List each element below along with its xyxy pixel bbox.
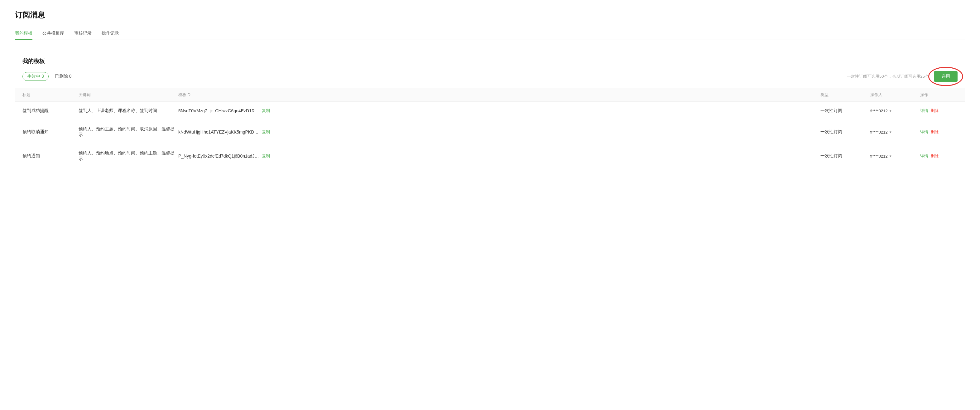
- cell-type-1: 一次性订阅: [820, 129, 870, 135]
- operator-name-1: fl****0212: [870, 130, 888, 134]
- cell-type-0: 一次性订阅: [820, 108, 870, 113]
- toolbar-right: 一次性订阅可选用50个，长期订阅可选用25个 选用: [847, 71, 958, 82]
- cell-title-1: 预约取消通知: [22, 129, 78, 135]
- cell-id-1: kNdWtuHjgHhe1ATYEZVjaKK5mgPKDvdVBc... 复制: [178, 129, 820, 135]
- cell-actions-1: 详情 删除: [920, 129, 958, 135]
- select-btn-wrapper: 选用: [934, 71, 958, 82]
- cell-keywords-1: 预约人、预约主题、预约时间、取消原因、温馨提示: [78, 126, 178, 137]
- detail-link-0[interactable]: 详情: [920, 108, 928, 113]
- detail-link-1[interactable]: 详情: [920, 129, 928, 135]
- hint-text: 一次性订阅可选用50个，长期订阅可选用25个: [847, 73, 929, 79]
- cell-keywords-0: 签到人、上课老师、课程名称、签到时间: [78, 108, 178, 113]
- tab-bar: 我的模板 公共模板库 审核记录 操作记录: [15, 27, 965, 40]
- delete-link-2[interactable]: 删除: [931, 153, 939, 159]
- operator-name-2: fl****0212: [870, 154, 888, 158]
- tab-my-template[interactable]: 我的模板: [15, 27, 32, 40]
- table-header: 标题 关键词 模板ID 类型 操作人 操作: [15, 88, 965, 102]
- content-card: 我的模板 生效中 3 已删除 0 一次性订阅可选用50个，长期订阅可选用25个 …: [15, 48, 965, 168]
- table-row: 签到成功提醒 签到人、上课老师、课程名称、签到时间 5NsoT0VMzq7_jk…: [15, 102, 965, 120]
- col-header-template-id: 模板ID: [178, 92, 820, 98]
- toolbar-left: 生效中 3 已删除 0: [22, 72, 72, 81]
- template-id-text-1: kNdWtuHjgHhe1ATYEZVjaKK5mgPKDvdVBc...: [178, 129, 259, 134]
- select-button[interactable]: 选用: [934, 71, 958, 82]
- tab-audit-record[interactable]: 审核记录: [74, 27, 92, 40]
- copy-button-1[interactable]: 复制: [262, 129, 270, 135]
- table: 标题 关键词 模板ID 类型 操作人 操作 签到成功提醒 签到人、上课老师、课程…: [15, 88, 965, 168]
- template-id-text-0: 5NsoT0VMzq7_jk_CHlwzG6gn4EzD1RQKJq...: [178, 108, 259, 113]
- col-header-type: 类型: [820, 92, 870, 98]
- tab-public-template[interactable]: 公共模板库: [42, 27, 64, 40]
- delete-link-0[interactable]: 删除: [931, 108, 939, 113]
- cell-operator-2: fl****0212 ▼: [870, 154, 920, 158]
- cell-id-2: P_Nyg-fotEy0x2dcfEd7dkQ1j6B0n1adJnJ6S...…: [178, 153, 820, 159]
- copy-button-0[interactable]: 复制: [262, 108, 270, 113]
- delete-link-1[interactable]: 删除: [931, 129, 939, 135]
- col-header-action: 操作: [920, 92, 958, 98]
- dropdown-arrow-icon-2[interactable]: ▼: [889, 155, 892, 158]
- tab-operation-record[interactable]: 操作记录: [102, 27, 119, 40]
- cell-type-2: 一次性订阅: [820, 153, 870, 159]
- col-header-operator: 操作人: [870, 92, 920, 98]
- operator-name-0: fl****0212: [870, 108, 888, 113]
- col-header-title: 标题: [22, 92, 78, 98]
- page-wrapper: 订阅消息 我的模板 公共模板库 审核记录 操作记录 我的模板 生效中 3 已删除…: [0, 0, 980, 410]
- template-id-text-2: P_Nyg-fotEy0x2dcfEd7dkQ1j6B0n1adJnJ6S...: [178, 153, 259, 158]
- cell-id-0: 5NsoT0VMzq7_jk_CHlwzG6gn4EzD1RQKJq... 复制: [178, 108, 820, 113]
- cell-actions-2: 详情 删除: [920, 153, 958, 159]
- section-title: 我的模板: [15, 57, 965, 65]
- col-header-keywords: 关键词: [78, 92, 178, 98]
- dropdown-arrow-icon-0[interactable]: ▼: [889, 109, 892, 113]
- cell-operator-1: fl****0212 ▼: [870, 130, 920, 134]
- toolbar: 生效中 3 已删除 0 一次性订阅可选用50个，长期订阅可选用25个 选用: [15, 71, 965, 82]
- cell-title-2: 预约通知: [22, 153, 78, 159]
- dropdown-arrow-icon-1[interactable]: ▼: [889, 131, 892, 134]
- table-row: 预约通知 预约人、预约地点、预约时间、预约主题、温馨提示 P_Nyg-fotEy…: [15, 144, 965, 168]
- cell-keywords-2: 预约人、预约地点、预约时间、预约主题、温馨提示: [78, 150, 178, 162]
- cell-title-0: 签到成功提醒: [22, 108, 78, 113]
- deleted-badge: 已删除 0: [55, 73, 72, 79]
- cell-operator-0: fl****0212 ▼: [870, 108, 920, 113]
- active-badge: 生效中 3: [22, 72, 49, 81]
- page-title: 订阅消息: [15, 10, 965, 20]
- copy-button-2[interactable]: 复制: [262, 153, 270, 159]
- table-row: 预约取消通知 预约人、预约主题、预约时间、取消原因、温馨提示 kNdWtuHjg…: [15, 120, 965, 144]
- detail-link-2[interactable]: 详情: [920, 153, 928, 159]
- cell-actions-0: 详情 删除: [920, 108, 958, 113]
